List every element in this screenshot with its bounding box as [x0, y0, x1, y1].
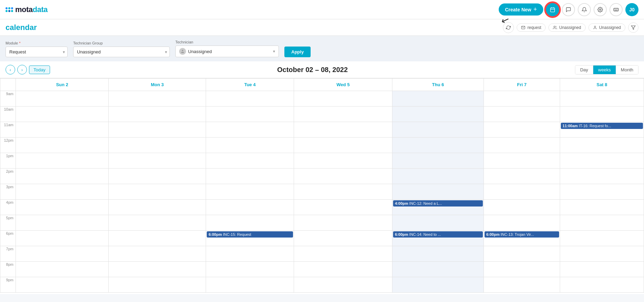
- bell-icon-button[interactable]: [578, 3, 591, 16]
- apply-button[interactable]: Apply: [284, 47, 311, 57]
- cell-tue-7pm[interactable]: [206, 246, 294, 262]
- cell-mon-10am[interactable]: [109, 107, 206, 122]
- unassigned1-filter-chip[interactable]: Unassigned: [548, 23, 585, 32]
- cell-sun-7pm[interactable]: [16, 246, 109, 262]
- cell-sat-9pm[interactable]: [560, 277, 644, 293]
- cell-mon-7pm[interactable]: [109, 246, 206, 262]
- event-block[interactable]: 6:00pm INC-14: Need to ...: [393, 231, 483, 238]
- keyboard-icon-button[interactable]: [609, 3, 623, 16]
- cell-fri-7pm[interactable]: [484, 246, 560, 262]
- cell-fri-2pm[interactable]: [484, 169, 560, 184]
- cell-sun-2pm[interactable]: [16, 169, 109, 184]
- cell-mon-4pm[interactable]: [109, 200, 206, 215]
- refresh-button[interactable]: [503, 22, 514, 33]
- cell-tue-1pm[interactable]: [206, 153, 294, 169]
- cell-wed-9pm[interactable]: [294, 277, 392, 293]
- cell-wed-1pm[interactable]: [294, 153, 392, 169]
- cell-thu-2pm[interactable]: [392, 169, 484, 184]
- cell-wed-6pm[interactable]: [294, 231, 392, 246]
- unassigned2-filter-chip[interactable]: Unassigned: [588, 23, 625, 32]
- cell-wed-10am[interactable]: [294, 107, 392, 122]
- cell-sat-9am[interactable]: [560, 91, 644, 107]
- create-new-button[interactable]: Create New +: [499, 3, 543, 16]
- cell-sat-11am[interactable]: 11:00am IT-16: Request fo...: [560, 122, 644, 138]
- month-view-button[interactable]: Month: [616, 66, 638, 74]
- cell-fri-10am[interactable]: [484, 107, 560, 122]
- cell-sat-4pm[interactable]: [560, 200, 644, 215]
- cell-mon-5pm[interactable]: [109, 215, 206, 231]
- cell-mon-9am[interactable]: [109, 91, 206, 107]
- cell-wed-11am[interactable]: [294, 122, 392, 138]
- cell-mon-12pm[interactable]: [109, 138, 206, 153]
- cell-thu-11am[interactable]: [392, 122, 484, 138]
- event-block[interactable]: 6:00pm INC-13: Trojan Vir...: [485, 231, 559, 238]
- event-block[interactable]: 11:00am IT-16: Request fo...: [561, 123, 643, 129]
- cell-sun-11am[interactable]: [16, 122, 109, 138]
- cell-mon-8pm[interactable]: [109, 262, 206, 277]
- cell-tue-8pm[interactable]: [206, 262, 294, 277]
- cell-fri-3pm[interactable]: [484, 184, 560, 200]
- filter-button[interactable]: [628, 22, 638, 33]
- tech-group-select[interactable]: Unassigned: [73, 47, 170, 57]
- cell-wed-5pm[interactable]: [294, 215, 392, 231]
- today-button[interactable]: Today: [29, 66, 50, 74]
- cell-thu-8pm[interactable]: [392, 262, 484, 277]
- cell-tue-12pm[interactable]: [206, 138, 294, 153]
- cell-fri-5pm[interactable]: [484, 215, 560, 231]
- day-view-button[interactable]: Day: [575, 66, 593, 74]
- technician-input[interactable]: Unassigned ▾: [175, 46, 279, 57]
- cell-fri-9am[interactable]: [484, 91, 560, 107]
- cell-thu-5pm[interactable]: [392, 215, 484, 231]
- cell-tue-9pm[interactable]: [206, 277, 294, 293]
- cell-mon-6pm[interactable]: [109, 231, 206, 246]
- cell-sat-6pm[interactable]: [560, 231, 644, 246]
- cell-sun-6pm[interactable]: [16, 231, 109, 246]
- cell-thu-12pm[interactable]: [392, 138, 484, 153]
- cell-sat-2pm[interactable]: [560, 169, 644, 184]
- cell-sun-9pm[interactable]: [16, 277, 109, 293]
- cell-fri-1pm[interactable]: [484, 153, 560, 169]
- calendar-icon-button[interactable]: [546, 3, 559, 16]
- user-avatar[interactable]: J0: [625, 3, 638, 16]
- cell-wed-12pm[interactable]: [294, 138, 392, 153]
- cell-wed-4pm[interactable]: [294, 200, 392, 215]
- cell-sun-1pm[interactable]: [16, 153, 109, 169]
- cell-sun-4pm[interactable]: [16, 200, 109, 215]
- cell-tue-6pm[interactable]: 6:00pm INC-15: Request: [206, 231, 294, 246]
- cell-fri-11am[interactable]: [484, 122, 560, 138]
- cell-fri-6pm[interactable]: 6:00pm INC-13: Trojan Vir...: [484, 231, 560, 246]
- cell-sat-10am[interactable]: [560, 107, 644, 122]
- cell-tue-3pm[interactable]: [206, 184, 294, 200]
- cell-sun-10am[interactable]: [16, 107, 109, 122]
- cell-thu-4pm[interactable]: 4:00pm INC-12: Need a L...: [392, 200, 484, 215]
- cell-thu-7pm[interactable]: [392, 246, 484, 262]
- cell-thu-10am[interactable]: [392, 107, 484, 122]
- cell-tue-9am[interactable]: [206, 91, 294, 107]
- cell-wed-2pm[interactable]: [294, 169, 392, 184]
- cell-thu-6pm[interactable]: 6:00pm INC-14: Need to ...: [392, 231, 484, 246]
- cell-tue-10am[interactable]: [206, 107, 294, 122]
- cell-mon-1pm[interactable]: [109, 153, 206, 169]
- cell-mon-9pm[interactable]: [109, 277, 206, 293]
- weeks-view-button[interactable]: weeks: [593, 66, 616, 74]
- cell-sat-8pm[interactable]: [560, 262, 644, 277]
- cell-sat-12pm[interactable]: [560, 138, 644, 153]
- cell-fri-12pm[interactable]: [484, 138, 560, 153]
- prev-button[interactable]: ‹: [6, 65, 15, 74]
- cell-sun-5pm[interactable]: [16, 215, 109, 231]
- cell-mon-2pm[interactable]: [109, 169, 206, 184]
- cell-fri-4pm[interactable]: [484, 200, 560, 215]
- cell-fri-8pm[interactable]: [484, 262, 560, 277]
- cell-sun-3pm[interactable]: [16, 184, 109, 200]
- event-block[interactable]: 6:00pm INC-15: Request: [207, 231, 293, 238]
- cell-fri-9pm[interactable]: [484, 277, 560, 293]
- module-select[interactable]: Request Incident Change Problem: [6, 47, 68, 57]
- chat-icon-button[interactable]: [562, 3, 575, 16]
- cell-tue-2pm[interactable]: [206, 169, 294, 184]
- cell-thu-9pm[interactable]: [392, 277, 484, 293]
- cell-sat-7pm[interactable]: [560, 246, 644, 262]
- cell-sat-3pm[interactable]: [560, 184, 644, 200]
- cell-thu-3pm[interactable]: [392, 184, 484, 200]
- cell-sun-8pm[interactable]: [16, 262, 109, 277]
- cell-tue-5pm[interactable]: [206, 215, 294, 231]
